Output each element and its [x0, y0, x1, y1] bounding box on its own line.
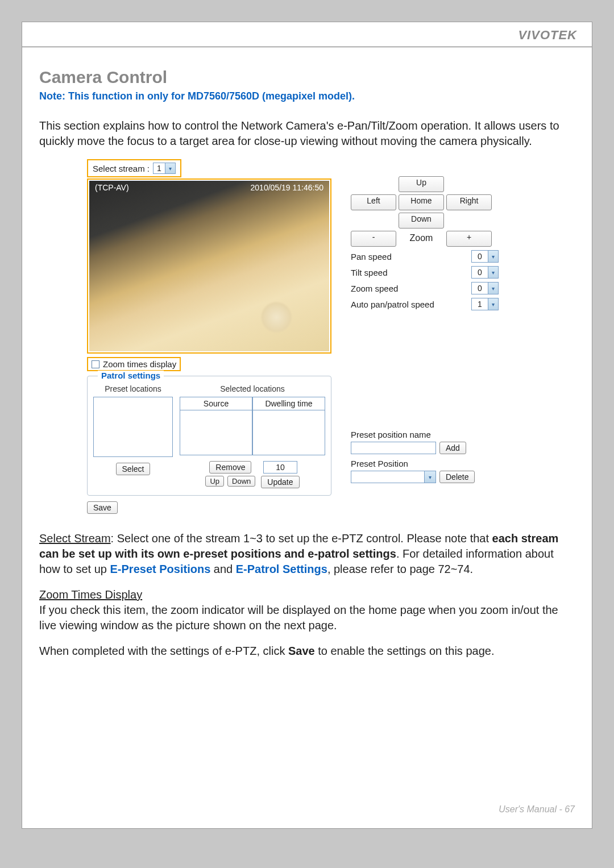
- select-button[interactable]: Select: [116, 463, 151, 475]
- e-patrol-link[interactable]: E-Patrol Settings: [236, 563, 327, 575]
- remove-group: Remove Up Down: [205, 461, 255, 487]
- auto-speed-dropdown[interactable]: 1 ▾: [471, 298, 499, 310]
- chevron-down-icon: ▾: [488, 283, 498, 294]
- zoom-out-button[interactable]: -: [351, 231, 396, 247]
- select-stream-row: Select stream : 1 ▾: [87, 159, 181, 177]
- source-list[interactable]: [180, 410, 252, 455]
- update-group: 10 Update: [261, 461, 299, 488]
- page-footer: User's Manual - 67: [499, 804, 575, 815]
- preset-block: Preset position name Add Preset Position…: [351, 430, 499, 483]
- preset-position-label: Preset Position: [351, 459, 499, 468]
- ptz-up-button[interactable]: Up: [399, 176, 444, 192]
- ui-right-column: Up Left Home Right Down - Zoom + Pan spe…: [351, 159, 499, 514]
- ui-left-column: Select stream : 1 ▾ (TCP-AV) 2010/05/19 …: [87, 159, 331, 514]
- video-preview[interactable]: (TCP-AV) 2010/05/19 11:46:50: [89, 181, 329, 351]
- e-preset-link[interactable]: E-Preset Positions: [110, 563, 211, 575]
- zoom-speed-label: Zoom speed: [351, 284, 398, 293]
- tilt-speed-dropdown[interactable]: 0 ▾: [471, 266, 499, 279]
- auto-speed-row: Auto pan/patrol speed 1 ▾: [351, 298, 499, 310]
- tilt-speed-row: Tilt speed 0 ▾: [351, 266, 499, 279]
- delete-button[interactable]: Delete: [439, 471, 475, 483]
- chevron-down-icon: ▾: [488, 267, 498, 278]
- intro-text: This section explains how to control the…: [39, 118, 575, 149]
- selected-body: [180, 410, 325, 455]
- pan-speed-dropdown[interactable]: 0 ▾: [471, 250, 499, 263]
- ptz-right-button[interactable]: Right: [446, 194, 492, 210]
- preset-locations-title: Preset locations: [93, 384, 173, 393]
- zoom-speed-dropdown[interactable]: 0 ▾: [471, 282, 499, 294]
- save-button[interactable]: Save: [87, 501, 118, 514]
- zoom-times-row: Zoom times display: [87, 357, 181, 371]
- ptz-left-button[interactable]: Left: [351, 194, 396, 210]
- preset-name-label: Preset position name: [351, 430, 499, 439]
- chevron-down-icon: ▾: [165, 163, 175, 173]
- update-button[interactable]: Update: [261, 476, 299, 488]
- manual-page: VIVOTEK Camera Control Note: This functi…: [22, 22, 592, 829]
- zoom-times-paragraph: Zoom Times Display If you check this ite…: [39, 587, 575, 633]
- header-bar: VIVOTEK: [22, 22, 592, 47]
- select-stream-value: 1: [154, 164, 165, 173]
- preset-locations-column: Preset locations Select: [93, 384, 173, 488]
- body-paragraphs: Select Stream: Select one of the stream …: [39, 531, 575, 659]
- video-frame: (TCP-AV) 2010/05/19 11:46:50: [87, 178, 331, 354]
- tilt-speed-label: Tilt speed: [351, 268, 387, 277]
- preset-name-input[interactable]: [351, 442, 436, 454]
- selected-locations-title: Selected locations: [180, 384, 325, 393]
- up-button[interactable]: Up: [205, 476, 224, 487]
- chevron-down-icon: ▾: [424, 471, 435, 483]
- dwelling-header: Dwelling time: [252, 397, 325, 410]
- page-content: Camera Control Note: This function in on…: [22, 47, 592, 659]
- selected-locations-column: Selected locations Source Dwelling time: [180, 384, 325, 488]
- select-stream-label: Select stream :: [93, 164, 150, 173]
- pan-speed-row: Pan speed 0 ▾: [351, 250, 499, 263]
- protocol-overlay: (TCP-AV): [95, 183, 129, 192]
- ptz-home-button[interactable]: Home: [399, 194, 444, 210]
- pan-speed-label: Pan speed: [351, 252, 392, 261]
- source-header: Source: [180, 397, 252, 410]
- down-button[interactable]: Down: [227, 476, 255, 487]
- preset-position-dropdown[interactable]: ▾: [351, 471, 436, 483]
- zoom-in-button[interactable]: +: [446, 231, 492, 247]
- add-button[interactable]: Add: [439, 442, 466, 454]
- zoom-times-lead: Zoom Times Display: [39, 588, 142, 601]
- select-stream-paragraph: Select Stream: Select one of the stream …: [39, 531, 575, 577]
- patrol-columns: Preset locations Select Selected locatio…: [93, 384, 325, 488]
- chevron-down-icon: ▾: [488, 251, 498, 262]
- auto-speed-label: Auto pan/patrol speed: [351, 300, 434, 309]
- brand-label: VIVOTEK: [518, 28, 577, 42]
- save-paragraph: When completed with the settings of e-PT…: [39, 643, 575, 659]
- chevron-down-icon: ▾: [488, 298, 498, 310]
- timestamp-overlay: 2010/05/19 11:46:50: [251, 183, 323, 192]
- page-title: Camera Control: [39, 68, 575, 87]
- model-note: Note: This function in only for MD7560/7…: [39, 90, 575, 102]
- zoom-times-checkbox[interactable]: [92, 360, 99, 368]
- select-stream-dropdown[interactable]: 1 ▾: [153, 163, 176, 174]
- remove-button[interactable]: Remove: [209, 461, 251, 474]
- select-stream-lead: Select Stream: [39, 532, 111, 545]
- patrol-legend: Patrol settings: [98, 371, 164, 380]
- dwelling-list[interactable]: [252, 410, 325, 455]
- ptz-down-button[interactable]: Down: [399, 213, 444, 229]
- zoom-label: Zoom: [399, 231, 444, 247]
- patrol-settings-fieldset: Patrol settings Preset locations Select …: [87, 376, 331, 496]
- dwell-value-input[interactable]: 10: [263, 461, 297, 474]
- zoom-times-label: Zoom times display: [103, 359, 176, 369]
- zoom-speed-row: Zoom speed 0 ▾: [351, 282, 499, 294]
- selected-head: Source Dwelling time: [180, 397, 325, 410]
- ptz-grid: Up Left Home Right Down - Zoom +: [351, 176, 499, 247]
- preset-locations-list[interactable]: [93, 397, 173, 457]
- ui-screenshot: Select stream : 1 ▾ (TCP-AV) 2010/05/19 …: [87, 159, 575, 514]
